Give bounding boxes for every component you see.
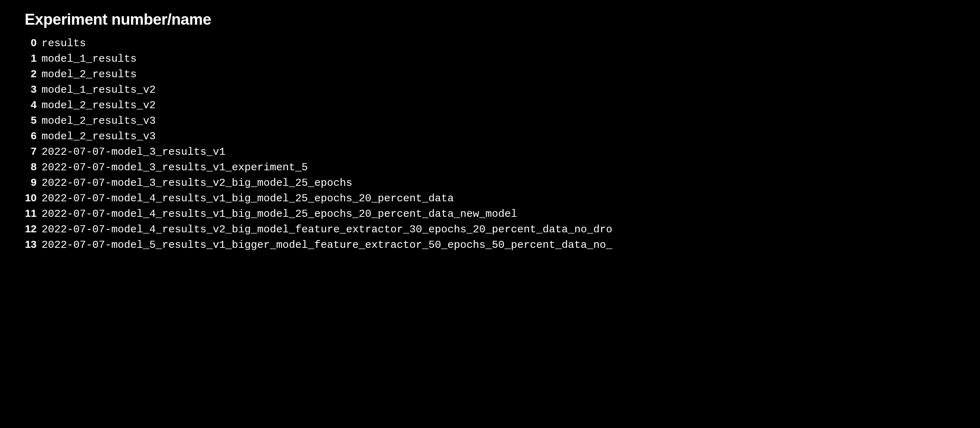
experiment-name: 2022-07-07-model_3_results_v2_big_model_…	[41, 176, 352, 190]
list-item: 8 2022-07-07-model_3_results_v1_experime…	[25, 159, 980, 175]
list-item: 13 2022-07-07-model_5_results_v1_bigger_…	[25, 237, 980, 252]
experiment-name: model_2_results_v3	[41, 129, 156, 144]
list-item: 10 2022-07-07-model_4_results_v1_big_mod…	[25, 190, 980, 206]
experiment-name: results	[41, 36, 86, 51]
list-item: 12 2022-07-07-model_4_results_v2_big_mod…	[25, 221, 980, 237]
page-title: Experiment number/name	[25, 11, 980, 28]
row-index: 12	[25, 221, 37, 236]
row-index: 4	[25, 97, 37, 112]
row-index: 9	[25, 175, 37, 189]
experiment-name: 2022-07-07-model_3_results_v1	[41, 145, 226, 159]
list-item: 2 model_2_results	[25, 66, 980, 82]
list-item: 11 2022-07-07-model_4_results_v1_big_mod…	[25, 206, 980, 221]
experiment-name: 2022-07-07-model_4_results_v1_big_model_…	[41, 207, 517, 221]
row-index: 0	[25, 35, 37, 50]
list-item: 5 model_2_results_v3	[25, 113, 980, 128]
experiment-name: model_2_results_v3	[41, 114, 156, 128]
row-index: 2	[25, 66, 37, 81]
row-index: 5	[25, 113, 37, 127]
list-item: 7 2022-07-07-model_3_results_v1	[25, 144, 980, 159]
list-item: 3 model_1_results_v2	[25, 82, 980, 97]
row-index: 3	[25, 82, 37, 96]
experiment-name: model_2_results	[41, 67, 137, 82]
list-item: 0 results	[25, 35, 980, 51]
experiment-list: 0 results 1 model_1_results 2 model_2_re…	[25, 35, 980, 252]
experiment-name: 2022-07-07-model_5_results_v1_bigger_mod…	[41, 238, 612, 252]
experiment-name: 2022-07-07-model_4_results_v1_big_model_…	[41, 192, 454, 206]
list-item: 6 model_2_results_v3	[25, 128, 980, 144]
experiment-name: 2022-07-07-model_3_results_v1_experiment…	[41, 160, 308, 175]
row-index: 11	[25, 206, 37, 220]
experiment-name: model_1_results_v2	[41, 83, 156, 97]
row-index: 10	[25, 190, 37, 205]
row-index: 1	[25, 51, 37, 65]
row-index: 7	[25, 144, 37, 158]
row-index: 6	[25, 128, 37, 143]
experiment-list-panel: Experiment number/name 0 results 1 model…	[0, 0, 980, 252]
row-index: 13	[25, 237, 37, 251]
experiment-name: model_2_results_v2	[41, 98, 156, 113]
experiment-name: 2022-07-07-model_4_results_v2_big_model_…	[41, 222, 612, 237]
row-index: 8	[25, 159, 37, 174]
list-item: 9 2022-07-07-model_3_results_v2_big_mode…	[25, 175, 980, 190]
list-item: 1 model_1_results	[25, 51, 980, 66]
experiment-name: model_1_results	[41, 52, 137, 66]
list-item: 4 model_2_results_v2	[25, 97, 980, 113]
